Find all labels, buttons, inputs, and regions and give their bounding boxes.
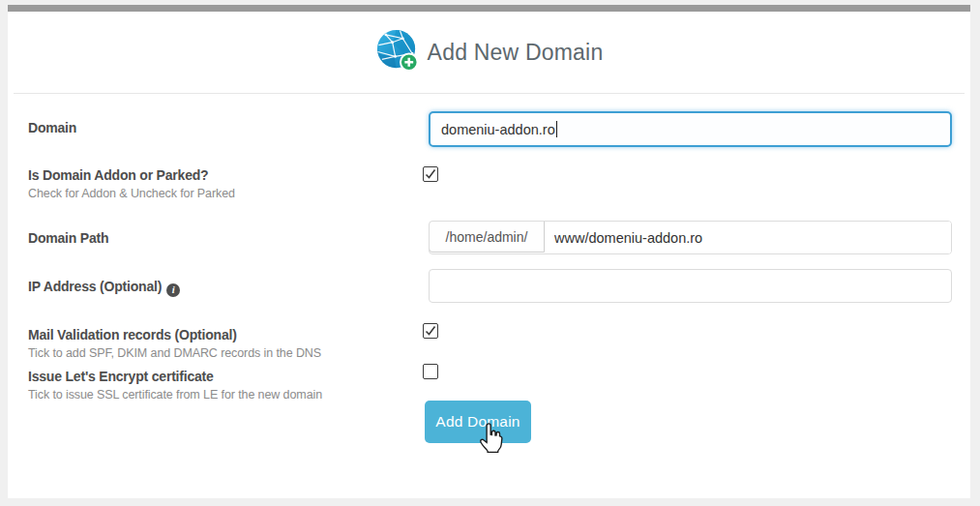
domain-input[interactable]: domeniu-addon.ro xyxy=(429,111,952,147)
add-domain-panel: Add New Domain Domain domeniu-addon.ro I… xyxy=(8,5,970,498)
page-title: Add New Domain xyxy=(428,40,604,66)
mail-validation-checkbox[interactable] xyxy=(423,323,438,339)
addon-parked-checkbox[interactable] xyxy=(423,166,438,182)
lets-encrypt-checkbox[interactable] xyxy=(423,364,438,379)
top-bar xyxy=(8,5,970,12)
domain-path-prefix: /home/admin/ xyxy=(429,221,545,253)
lets-encrypt-label: Issue Let's Encrypt certificate xyxy=(28,368,322,386)
header-divider xyxy=(14,93,965,94)
ip-address-label: IP Address (Optional)i xyxy=(28,277,180,297)
ip-address-input[interactable] xyxy=(429,269,952,303)
page-header: Add New Domain xyxy=(8,22,970,82)
globe-add-icon xyxy=(375,28,421,77)
mail-validation-hint: Tick to add SPF, DKIM and DMARC records … xyxy=(28,344,321,362)
domain-path-input[interactable] xyxy=(545,222,951,253)
info-icon[interactable]: i xyxy=(166,283,180,297)
text-caret xyxy=(556,121,557,137)
checkmark-icon xyxy=(425,325,436,337)
lets-encrypt-labels: Issue Let's Encrypt certificate Tick to … xyxy=(28,368,322,403)
mail-validation-label: Mail Validation records (Optional) xyxy=(28,326,321,344)
ip-address-label-text: IP Address (Optional) xyxy=(28,279,162,294)
domain-path-label: Domain Path xyxy=(28,228,108,248)
domain-path-group: /home/admin/ xyxy=(429,221,952,254)
addon-parked-label: Is Domain Addon or Parked? xyxy=(28,166,235,185)
add-domain-button[interactable]: Add Domain xyxy=(425,401,531,443)
domain-input-value: domeniu-addon.ro xyxy=(441,122,555,137)
addon-parked-hint: Check for Addon & Uncheck for Parked xyxy=(28,185,235,202)
addon-parked-labels: Is Domain Addon or Parked? Check for Add… xyxy=(28,166,235,202)
checkmark-icon xyxy=(425,168,436,180)
lets-encrypt-hint: Tick to issue SSL certificate from LE fo… xyxy=(28,386,322,403)
mail-validation-labels: Mail Validation records (Optional) Tick … xyxy=(28,326,321,362)
domain-label: Domain xyxy=(28,118,76,137)
